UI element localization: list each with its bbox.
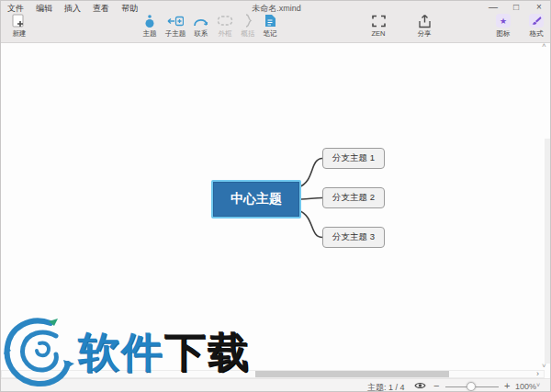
- zoom-slider-handle[interactable]: [467, 382, 476, 391]
- share-upload-icon: [418, 13, 432, 28]
- branch-topic-2[interactable]: 分支主题 2: [322, 187, 385, 208]
- format-panel-button[interactable]: 格式: [521, 13, 551, 41]
- relationship-button-label: 联系: [195, 29, 208, 39]
- branch-topic-1[interactable]: 分支主题 1: [322, 148, 385, 169]
- icon-panel-button[interactable]: ★ 图标: [488, 13, 519, 41]
- zoom-caret-icon[interactable]: ˅: [536, 382, 540, 388]
- subtopic-icon: [167, 13, 184, 28]
- branch-topic-3[interactable]: 分支主题 3: [322, 227, 385, 248]
- vertical-scrollbar-thumb[interactable]: [545, 139, 550, 364]
- zoom-level[interactable]: 100%: [515, 382, 536, 391]
- star-icon: ★: [496, 13, 511, 28]
- central-topic[interactable]: 中心主题: [211, 180, 301, 218]
- close-button[interactable]: ×: [534, 1, 545, 13]
- menu-insert[interactable]: 插入: [64, 3, 81, 15]
- notes-button[interactable]: 笔记: [254, 13, 286, 41]
- icon-panel-label: 图标: [497, 29, 511, 39]
- summary-icon: [242, 13, 253, 28]
- star-icon-chip: ★: [496, 14, 511, 28]
- topics-count: 主题: 1 / 4: [367, 382, 405, 392]
- window-chrome: 文件 编辑 插入 查看 帮助 未命名.xmind — □ × 新建: [1, 1, 551, 43]
- topic-button-label: 主题: [143, 29, 157, 39]
- new-file-icon: [12, 13, 28, 28]
- horizontal-scrollbar-thumb[interactable]: [255, 371, 449, 377]
- mindmap-canvas[interactable]: 中心主题 分支主题 1 分支主题 2 分支主题 3: [1, 44, 551, 392]
- zen-button-label: ZEN: [372, 29, 386, 38]
- scroll-right-arrow-icon[interactable]: ›: [536, 369, 539, 378]
- xmind-window: 文件 编辑 插入 查看 帮助 未命名.xmind — □ × 新建: [0, 0, 551, 392]
- zen-fullscreen-icon: [372, 13, 386, 28]
- boundary-icon: [217, 13, 233, 28]
- menu-view[interactable]: 查看: [93, 3, 109, 15]
- relationship-icon: [193, 13, 209, 28]
- statusbar: 主题: 1 / 4 − + 100% ˅: [1, 378, 551, 392]
- maximize-button[interactable]: □: [511, 1, 522, 13]
- share-button[interactable]: 分享: [409, 13, 440, 41]
- menu-edit[interactable]: 编辑: [36, 3, 52, 15]
- zen-mode-button[interactable]: ZEN: [363, 13, 394, 41]
- scroll-up-arrow-icon[interactable]: ˄: [542, 41, 546, 50]
- zoom-out-button[interactable]: −: [433, 380, 439, 391]
- notes-icon: [264, 13, 276, 28]
- share-button-label: 分享: [418, 29, 432, 39]
- window-controls: — □ ×: [488, 1, 545, 13]
- new-button-label: 新建: [13, 29, 27, 39]
- brush-icon: [529, 13, 544, 28]
- new-button[interactable]: 新建: [4, 13, 35, 41]
- eye-icon[interactable]: [414, 381, 426, 392]
- brush-icon-chip: [529, 14, 544, 28]
- subtopic-button-label: 子主题: [165, 29, 186, 39]
- format-panel-label: 格式: [530, 29, 544, 39]
- summary-button-label: 概括: [242, 29, 255, 39]
- minimize-button[interactable]: —: [488, 1, 499, 13]
- notes-button-label: 笔记: [264, 29, 277, 39]
- zoom-in-button[interactable]: +: [504, 380, 510, 391]
- boundary-button-label: 外框: [219, 29, 232, 39]
- topic-icon: [142, 13, 157, 28]
- scroll-down-arrow-icon[interactable]: ˅: [542, 362, 546, 370]
